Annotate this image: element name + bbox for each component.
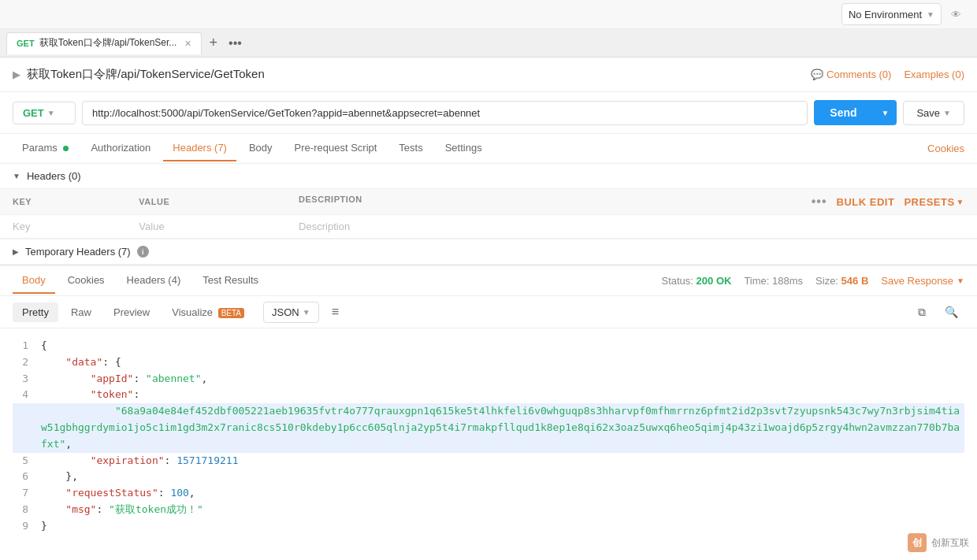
- tab-headers[interactable]: Headers (7): [163, 135, 236, 161]
- tests-label: Tests: [399, 142, 422, 154]
- headers-table: KEY VALUE DESCRIPTION ••• Bulk Edit Pres…: [0, 188, 977, 239]
- chevron-down-icon: ▼: [927, 10, 934, 19]
- json-line-7: 7 "requestStatus": 100,: [13, 485, 964, 502]
- response-status: Status: 200 OK Time: 188ms Size: 546 B S…: [661, 275, 964, 287]
- expand-icon: ▼: [13, 172, 20, 180]
- status-label: Status: 200 OK: [661, 275, 731, 287]
- more-tabs-button[interactable]: •••: [225, 36, 245, 50]
- headers-section-title: Headers (0): [27, 170, 81, 182]
- environment-bar: No Environment ▼ 👁: [0, 0, 977, 29]
- format-chevron-icon: ▼: [303, 308, 310, 317]
- beta-badge: BETA: [218, 308, 244, 318]
- params-dot: [63, 146, 69, 151]
- prerequest-label: Pre-request Script: [295, 142, 377, 154]
- headers-table-header: KEY VALUE DESCRIPTION ••• Bulk Edit Pres…: [0, 189, 977, 215]
- expand-icon[interactable]: ▶: [13, 69, 20, 80]
- size-value: 546 B: [841, 275, 869, 287]
- url-bar: GET ▼ Send ▼ Save ▼: [0, 92, 977, 134]
- time-value: 188ms: [772, 275, 803, 287]
- json-line-4: 4 "token":: [13, 387, 964, 403]
- description-cell[interactable]: Description: [286, 215, 977, 239]
- copy-icon[interactable]: ⧉: [912, 302, 932, 323]
- tab-tests[interactable]: Tests: [389, 135, 432, 161]
- response-actions: ⧉ 🔍: [912, 302, 964, 323]
- watermark-logo: 创: [908, 533, 927, 544]
- cookies-link[interactable]: Cookies: [927, 143, 964, 154]
- active-tab[interactable]: GET 获取Token口令牌/api/TokenSer... ×: [6, 32, 202, 54]
- res-tab-headers[interactable]: Headers (4): [117, 268, 191, 294]
- presets-button[interactable]: Presets ▼: [904, 196, 964, 208]
- method-selector[interactable]: GET ▼: [13, 102, 76, 124]
- save-response-button[interactable]: Save Response ▼: [881, 275, 964, 287]
- value-column-header: VALUE: [126, 189, 286, 215]
- request-tabs: Params Authorization Headers (7) Body Pr…: [0, 134, 977, 164]
- description-column-header: DESCRIPTION ••• Bulk Edit Presets ▼: [286, 189, 977, 215]
- comments-label: Comments (0): [827, 69, 891, 80]
- request-title: 获取Token口令牌/api/TokenService/GetToken: [27, 67, 811, 82]
- tab-prerequest[interactable]: Pre-request Script: [285, 135, 387, 161]
- json-content: 1 { 2 "data": { 3 "appId": "abennet", 4 …: [0, 328, 977, 544]
- format-pretty[interactable]: Pretty: [13, 302, 58, 322]
- format-selector[interactable]: JSON ▼: [263, 302, 319, 323]
- save-response-chevron-icon: ▼: [957, 276, 964, 285]
- tab-params[interactable]: Params: [13, 135, 78, 161]
- headers-title-row[interactable]: ▼ Headers (0): [0, 164, 977, 188]
- temp-headers-row[interactable]: ▶ Temporary Headers (7) i: [0, 239, 977, 264]
- json-line-8: 8 "msg": "获取token成功！": [13, 502, 964, 518]
- examples-link[interactable]: Examples (0): [904, 69, 964, 80]
- environment-label: No Environment: [849, 9, 922, 20]
- eye-icon[interactable]: 👁: [948, 6, 964, 24]
- bulk-edit-link[interactable]: Bulk Edit: [837, 196, 895, 208]
- response-tabs-bar: Body Cookies Headers (4) Test Results St…: [0, 266, 977, 296]
- request-title-bar: ▶ 获取Token口令牌/api/TokenService/GetToken 💬…: [0, 57, 977, 92]
- tab-body[interactable]: Body: [240, 135, 282, 161]
- url-input[interactable]: [82, 101, 808, 125]
- tab-settings[interactable]: Settings: [436, 135, 492, 161]
- examples-label: Examples (0): [904, 69, 964, 80]
- json-line-3: 3 "appId": "abennet",: [13, 371, 964, 388]
- response-body-controls: Pretty Raw Preview Visualize BETA JSON ▼…: [0, 296, 977, 328]
- info-icon[interactable]: i: [137, 246, 149, 258]
- format-raw[interactable]: Raw: [61, 302, 101, 322]
- res-tab-test-results[interactable]: Test Results: [193, 268, 268, 294]
- send-label: Send: [814, 100, 872, 125]
- close-icon[interactable]: ×: [184, 37, 191, 50]
- json-line-2: 2 "data": {: [13, 354, 964, 371]
- save-label: Save: [916, 107, 940, 119]
- expand-icon: ▶: [13, 247, 19, 256]
- tab-method: GET: [17, 39, 35, 48]
- wrap-icon[interactable]: ≡: [325, 301, 345, 323]
- save-button[interactable]: Save ▼: [903, 101, 964, 125]
- settings-label: Settings: [445, 142, 482, 154]
- new-tab-button[interactable]: +: [203, 35, 225, 51]
- json-line-1: 1 {: [13, 338, 964, 354]
- tab-authorization[interactable]: Authorization: [81, 135, 160, 161]
- environment-selector[interactable]: No Environment ▼: [841, 3, 942, 25]
- status-value: 200 OK: [697, 275, 732, 287]
- send-button[interactable]: Send ▼: [814, 100, 897, 125]
- more-options-icon[interactable]: •••: [812, 195, 827, 209]
- watermark-text: 创新互联: [931, 536, 969, 544]
- key-cell[interactable]: Key: [0, 215, 126, 239]
- table-row: Key Value Description: [0, 215, 977, 239]
- json-line-9: 9 }: [13, 518, 964, 535]
- search-icon[interactable]: 🔍: [938, 302, 964, 323]
- value-cell[interactable]: Value: [126, 215, 286, 239]
- comments-link[interactable]: 💬 Comments (0): [811, 69, 891, 80]
- tab-bar: GET 获取Token口令牌/api/TokenSer... × + •••: [0, 29, 977, 57]
- save-chevron-icon: ▼: [943, 109, 951, 117]
- send-arrow-icon[interactable]: ▼: [874, 102, 897, 124]
- authorization-label: Authorization: [91, 142, 150, 154]
- watermark: 创 创新互联: [908, 533, 969, 544]
- res-tab-body[interactable]: Body: [13, 268, 55, 294]
- temp-headers-label: Temporary Headers (7): [25, 246, 131, 258]
- format-visualize[interactable]: Visualize BETA: [162, 302, 254, 322]
- headers-label: Headers (7): [173, 142, 227, 154]
- res-tab-cookies[interactable]: Cookies: [58, 268, 114, 294]
- params-label: Params: [22, 142, 58, 154]
- headers-section: ▼ Headers (0) KEY VALUE DESCRIPTION ••• …: [0, 164, 977, 264]
- title-actions: 💬 Comments (0) Examples (0): [811, 69, 964, 80]
- method-label: GET: [23, 107, 44, 119]
- presets-chevron-icon: ▼: [957, 198, 964, 206]
- format-preview[interactable]: Preview: [104, 302, 159, 322]
